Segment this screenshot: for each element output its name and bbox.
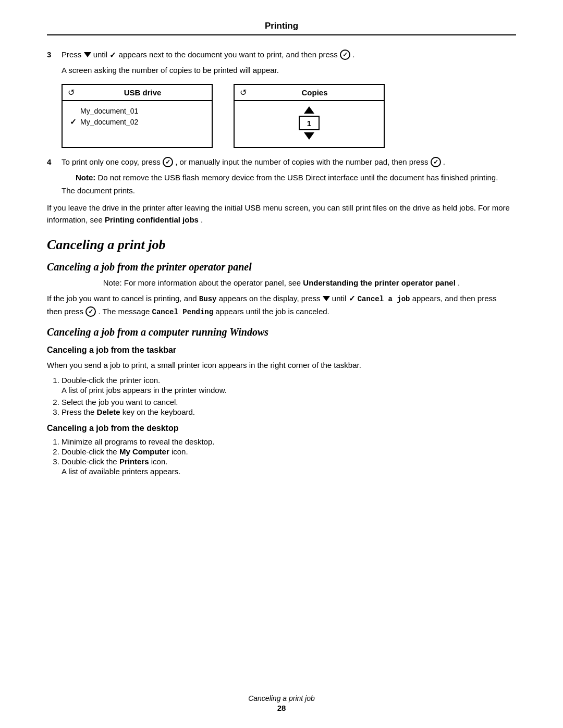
note-1-label: Note:: [76, 173, 95, 182]
taskbar-step-2: Select the job you want to cancel.: [62, 398, 516, 406]
step-3-until: until: [93, 50, 108, 59]
op-para-2: appears on the display, press: [219, 294, 321, 303]
op-cancel-job: Cancel a job: [358, 295, 410, 303]
taskbar-step-1-text: Double-click the printer icon.: [62, 376, 160, 385]
note-1-text: Do not remove the USB flash memory devic…: [98, 173, 498, 182]
usb-icon: ↺: [68, 88, 75, 97]
note-operator-bold: Understanding the printer operator panel: [303, 278, 456, 287]
usb-screen-body: My_document_01 ✓ My_document_02: [63, 101, 212, 143]
page-title: Printing: [265, 21, 298, 31]
info-bold-text: Printing confidential jobs: [105, 215, 199, 224]
copies-screen-title: Copies: [251, 88, 378, 97]
taskbar-step-3-text: Press the: [62, 408, 94, 416]
copies-icon: ↺: [240, 88, 247, 97]
step-3-content: Press until ✓ appears next to the docume…: [62, 50, 516, 60]
usb-doc-item-1: My_document_01: [70, 105, 204, 116]
screens-row: ↺ USB drive My_document_01 ✓ My_document…: [62, 84, 516, 148]
taskbar-intro: When you send a job to print, a small pr…: [47, 359, 516, 371]
doc-prints: The document prints.: [62, 186, 516, 195]
copies-screen: ↺ Copies 1: [234, 84, 385, 148]
step-3-appears: appears next to the document you want to…: [119, 50, 340, 59]
taskbar-step-3-bold: Delete: [97, 408, 120, 416]
taskbar-step-1: Double-click the printer icon. A list of…: [62, 376, 516, 394]
desktop-step-1-text: Minimize all programs to reveal the desk…: [62, 437, 214, 446]
desktop-step-3: Double-click the Printers icon. A list o…: [62, 457, 516, 476]
step-3-end: .: [352, 50, 354, 59]
copies-up-arrow[interactable]: [304, 106, 314, 114]
step-4-content: To print only one copy, press ✓ , or man…: [62, 157, 516, 168]
section-operator-panel: Canceling a job from the printer operato…: [47, 261, 516, 273]
step-3-press-label: Press: [62, 50, 81, 59]
op-down-arrow-icon: [323, 296, 330, 301]
checkmark-icon: ✓: [109, 51, 116, 60]
note-operator-end: .: [458, 278, 460, 287]
note-operator-label: Note:: [103, 278, 122, 287]
desktop-step-2-text: Double-click the: [62, 447, 117, 456]
taskbar-step-2-text: Select the job you want to cancel.: [62, 398, 178, 406]
section-taskbar: Canceling a job from the taskbar: [47, 346, 516, 355]
usb-screen-header: ↺ USB drive: [63, 85, 212, 101]
op-para-3: until: [332, 294, 347, 303]
footer-page: 28: [0, 704, 563, 712]
desktop-steps-list: Minimize all programs to reveal the desk…: [62, 437, 516, 476]
copies-screen-body: 1: [235, 101, 384, 147]
op-then-press: then press: [47, 307, 85, 316]
usb-screen-title: USB drive: [79, 88, 206, 97]
step-4-ok-icon-2: ✓: [431, 157, 441, 167]
taskbar-step-3: Press the Delete key on the keyboard.: [62, 408, 516, 416]
desktop-step-2-bold: My Computer: [119, 447, 169, 456]
operator-paragraph: If the job you want to cancel is printin…: [47, 292, 516, 318]
step-4-ok-icon-1: ✓: [163, 157, 173, 167]
step-4-block: 4 To print only one copy, press ✓ , or m…: [47, 157, 516, 168]
usb-drive-screen: ↺ USB drive My_document_01 ✓ My_document…: [62, 84, 213, 148]
step-3-block: 3 Press until ✓ appears next to the docu…: [47, 50, 516, 60]
desktop-step-3-text: Double-click the: [62, 457, 117, 466]
section-windows: Canceling a job from a computer running …: [47, 326, 516, 338]
copies-screen-header: ↺ Copies: [235, 85, 384, 101]
op-para-1: If the job you want to cancel is printin…: [47, 294, 197, 303]
note-1: Note: Do not remove the USB flash memory…: [76, 173, 501, 182]
ok-button-icon: ✓: [340, 50, 350, 60]
note-operator: Note: For more information about the ope…: [78, 278, 485, 287]
desktop-step-2-end: icon.: [172, 447, 188, 456]
doc1-label: My_document_01: [80, 107, 138, 115]
op-cancel-pending: Cancel Pending: [152, 308, 214, 316]
desktop-step-3-sub: A list of available printers appears.: [62, 467, 516, 476]
op-para-5: . The message: [98, 307, 150, 316]
page: Printing 3 Press until ✓ appears next to…: [0, 0, 563, 728]
step-4-text: To print only one copy, press: [62, 157, 161, 166]
step-3-subtext: A screen asking the number of copies to …: [62, 66, 516, 75]
op-para-4: appears, and then press: [412, 294, 497, 303]
desktop-step-3-bold: Printers: [119, 457, 149, 466]
taskbar-steps-list: Double-click the printer icon. A list of…: [62, 376, 516, 416]
page-header: Printing: [47, 21, 516, 35]
copies-down-arrow[interactable]: [304, 132, 314, 140]
desktop-step-2: Double-click the My Computer icon.: [62, 447, 516, 456]
footer-title: Canceling a print job: [0, 694, 563, 702]
step-3-number: 3: [47, 50, 62, 59]
doc2-check: ✓: [70, 117, 77, 127]
info-end: .: [201, 215, 203, 224]
step-4-end: .: [443, 157, 445, 166]
taskbar-step-1-sub: A list of print jobs appears in the prin…: [62, 386, 516, 394]
desktop-step-1: Minimize all programs to reveal the desk…: [62, 437, 516, 446]
desktop-step-3-end: icon.: [151, 457, 168, 466]
section-cancel-print-job: Canceling a print job: [47, 237, 516, 253]
copies-value: 1: [299, 116, 320, 130]
op-checkmark-icon: ✓: [349, 293, 356, 305]
section-desktop: Canceling a job from the desktop: [47, 424, 516, 433]
down-arrow-icon: [84, 52, 91, 57]
page-footer: Canceling a print job 28: [0, 694, 563, 712]
step-4-mid: , or manually input the number of copies…: [175, 157, 428, 166]
op-para-6: appears until the job is canceled.: [215, 307, 329, 316]
doc2-label: My_document_02: [80, 118, 138, 126]
op-ok-icon: ✓: [85, 306, 96, 317]
step-4-number: 4: [47, 157, 62, 166]
note-operator-text: For more information about the operator …: [124, 278, 301, 287]
usb-doc-item-2: ✓ My_document_02: [70, 116, 204, 128]
op-busy: Busy: [199, 295, 217, 303]
taskbar-step-3-end: key on the keyboard.: [123, 408, 195, 416]
doc1-check: [70, 106, 77, 115]
info-paragraph: If you leave the drive in the printer af…: [47, 202, 516, 226]
